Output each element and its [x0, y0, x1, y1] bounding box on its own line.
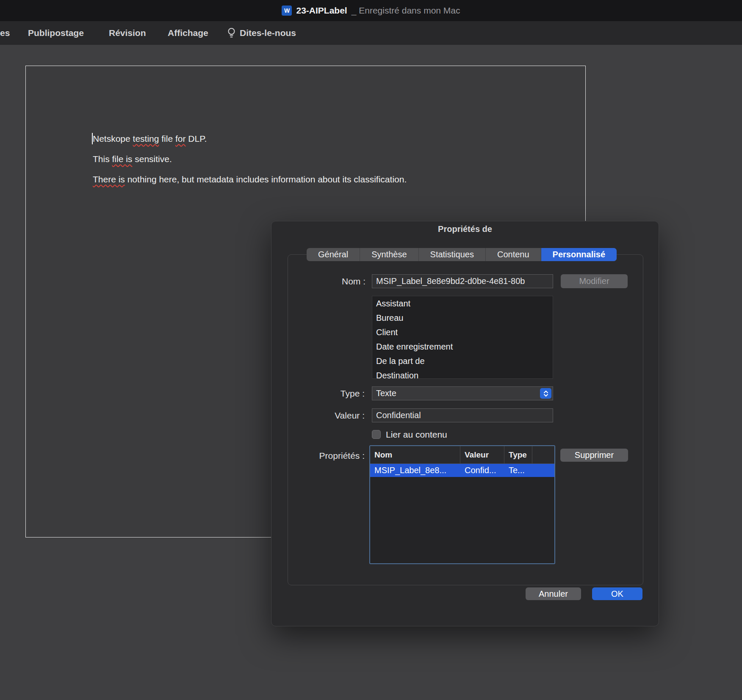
header-spacer [532, 446, 554, 463]
valeur-input[interactable]: Confidential [372, 408, 553, 422]
document-line-3: There is nothing here, but metadata incl… [93, 174, 407, 185]
listbox-item-bureau[interactable]: Bureau [372, 311, 553, 325]
type-dropdown-value: Texte [376, 389, 396, 398]
header-nom: Nom [370, 446, 460, 463]
doc-text-misspelled: for [175, 134, 186, 143]
dialog-tab-contenu[interactable]: Contenu [486, 248, 541, 261]
proprietes-label: Propriétés : [276, 451, 365, 461]
tab-affichage[interactable]: Affichage [168, 21, 208, 45]
nom-label: Nom : [277, 276, 365, 287]
tab-affichage-label: Affichage [168, 28, 208, 38]
annuler-button[interactable]: Annuler [526, 587, 581, 600]
tab-revision-label: Révision [109, 28, 146, 38]
doc-text: nothing here, but metadata includes info… [125, 174, 407, 184]
lier-au-contenu-checkbox[interactable] [372, 430, 381, 439]
tab-dites-le-nous-label: Dites-le-nous [240, 28, 296, 38]
document-save-location: _ Enregistré dans mon Mac [352, 6, 460, 16]
valeur-label: Valeur : [276, 411, 365, 421]
tab-publipostage-label: Publipostage [28, 28, 84, 38]
dialog-tab-bar: Général Synthèse Statistiques Contenu Pe… [307, 248, 617, 261]
tab-revision[interactable]: Révision [109, 21, 146, 45]
document-title: 23-AIPLabel [296, 6, 347, 16]
dialog-tab-statistiques[interactable]: Statistiques [419, 248, 486, 261]
row-cell-type: Te... [504, 466, 532, 475]
type-dropdown[interactable]: Texte [372, 386, 553, 400]
ribbon-tab-strip: es Publipostage Révision Affichage Dites… [0, 21, 742, 45]
ok-button[interactable]: OK [592, 587, 642, 600]
tab-references-partial-label: es [0, 28, 10, 38]
word-document-icon: W [282, 6, 292, 16]
tab-publipostage[interactable]: Publipostage [28, 21, 84, 45]
row-cell-nom: MSIP_Label_8e8... [370, 466, 460, 475]
listbox-item-date-enregistrement[interactable]: Date enregistrement [372, 339, 553, 354]
type-label: Type : [276, 389, 365, 399]
header-valeur: Valeur [460, 446, 504, 463]
doc-text-misspelled: There is [93, 174, 125, 184]
listbox-item-client[interactable]: Client [372, 325, 553, 339]
doc-text: Netskope [93, 134, 133, 143]
document-line-2: This file is sensitive. [93, 154, 172, 164]
nom-input[interactable]: MSIP_Label_8e8e9bd2-d0be-4e81-80b [372, 274, 553, 288]
popup-arrows-icon[interactable] [540, 388, 551, 399]
properties-table[interactable]: Nom Valeur Type MSIP_Label_8e8... Confid… [369, 445, 555, 564]
row-cell-valeur: Confid... [460, 466, 504, 475]
window-titlebar: W 23-AIPLabel _ Enregistré dans mon Mac [0, 0, 742, 21]
properties-dialog: Propriétés de Général Synthèse Statistiq… [271, 221, 659, 626]
listbox-item-destination[interactable]: Destination [372, 368, 553, 379]
table-row-selected[interactable]: MSIP_Label_8e8... Confid... Te... [370, 464, 554, 477]
lier-au-contenu-label: Lier au contenu [386, 430, 447, 440]
property-name-listbox[interactable]: Assistant Bureau Client Date enregistrem… [372, 296, 553, 379]
modifier-button: Modifier [561, 274, 628, 288]
doc-text-misspelled: file is [112, 154, 133, 164]
tab-dites-le-nous[interactable]: Dites-le-nous [227, 21, 296, 45]
supprimer-button[interactable]: Supprimer [560, 449, 628, 462]
doc-text-misspelled: testing [133, 134, 159, 143]
listbox-item-assistant[interactable]: Assistant [372, 296, 553, 311]
dialog-tab-synthese[interactable]: Synthèse [360, 248, 418, 261]
dialog-title: Propriétés de [271, 224, 659, 234]
listbox-item-de-la-part-de[interactable]: De la part de [372, 354, 553, 368]
doc-text: This [93, 154, 112, 164]
doc-text: DLP. [186, 134, 207, 143]
properties-table-header: Nom Valeur Type [370, 446, 554, 464]
doc-text: sensitive. [132, 154, 172, 164]
dialog-tab-general[interactable]: Général [307, 248, 360, 261]
document-line-1: Netskope testing file for DLP. [93, 134, 207, 144]
tab-references-partial[interactable]: es [0, 21, 10, 45]
doc-text: file [159, 134, 175, 143]
header-type: Type [504, 446, 532, 463]
dialog-tab-personnalise[interactable]: Personnalisé [541, 248, 617, 261]
lightbulb-icon [227, 27, 236, 39]
